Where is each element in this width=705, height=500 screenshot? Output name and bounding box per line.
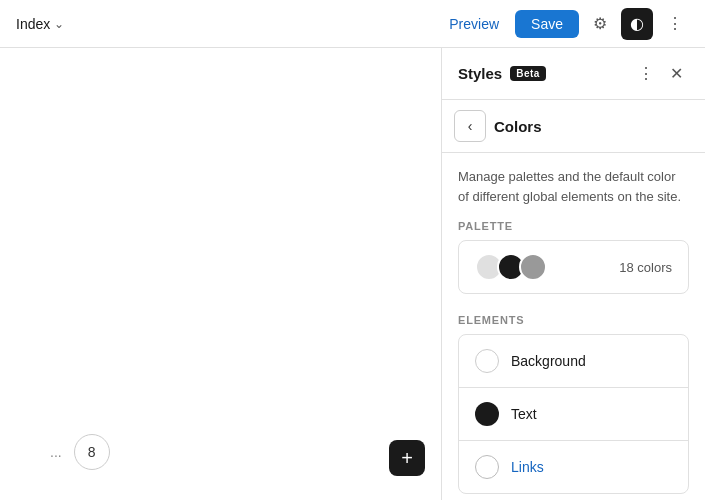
plus-icon: + (401, 447, 413, 470)
palette-row[interactable]: 18 colors (458, 240, 689, 294)
element-background[interactable]: Background (459, 335, 688, 388)
topbar-left: Index ⌄ (16, 16, 64, 32)
back-button[interactable]: ‹ (454, 110, 486, 142)
chevron-down-icon: ⌄ (54, 17, 64, 31)
element-text-label: Text (511, 406, 537, 422)
sidebar-more-button[interactable]: ⋮ (632, 60, 660, 87)
save-button[interactable]: Save (515, 10, 579, 38)
preview-button[interactable]: Preview (441, 12, 507, 36)
page-number[interactable]: 8 (74, 434, 110, 470)
sidebar-title-row: Styles Beta (458, 65, 546, 82)
contrast-icon: ◐ (630, 14, 644, 33)
add-button[interactable]: + (389, 440, 425, 476)
element-text[interactable]: Text (459, 388, 688, 441)
sidebar-title: Styles (458, 65, 502, 82)
palette-count: 18 colors (619, 260, 672, 275)
elements-section-label: ELEMENTS (442, 314, 705, 334)
colors-description: Manage palettes and the default color of… (442, 153, 705, 220)
palette-section-label: PALETTE (442, 220, 705, 240)
more-icon: ⋮ (638, 64, 654, 83)
canvas-area: ... 8 + (0, 48, 441, 500)
palette-circles (475, 253, 541, 281)
elements-list: Background Text Links (458, 334, 689, 494)
settings-button[interactable]: ⚙ (587, 10, 613, 37)
colors-heading: Colors (494, 118, 542, 135)
chevron-left-icon: ‹ (468, 118, 473, 134)
more-icon: ⋮ (667, 14, 683, 33)
page-indicator: ... 8 (50, 434, 110, 470)
gear-icon: ⚙ (593, 14, 607, 33)
page-title: Index (16, 16, 50, 32)
beta-badge: Beta (510, 66, 546, 81)
links-color-dot (475, 455, 499, 479)
close-icon: ✕ (670, 64, 683, 83)
sidebar-header: Styles Beta ⋮ ✕ (442, 48, 705, 100)
element-links-label: Links (511, 459, 544, 475)
sidebar: Styles Beta ⋮ ✕ ‹ Colors Ma (441, 48, 705, 500)
background-color-dot (475, 349, 499, 373)
sidebar-close-button[interactable]: ✕ (664, 60, 689, 87)
more-options-button[interactable]: ⋮ (661, 10, 689, 37)
sidebar-header-icons: ⋮ ✕ (632, 60, 689, 87)
topbar: Index ⌄ Preview Save ⚙ ◐ ⋮ (0, 0, 705, 48)
main-layout: ... 8 + Styles Beta ⋮ ✕ (0, 48, 705, 500)
element-background-label: Background (511, 353, 586, 369)
colors-nav: ‹ Colors (442, 100, 705, 153)
canvas-inner: ... 8 + (0, 48, 441, 500)
pagination-dots: ... (50, 444, 62, 460)
text-color-dot (475, 402, 499, 426)
palette-circle-3 (519, 253, 547, 281)
contrast-button[interactable]: ◐ (621, 8, 653, 40)
topbar-right: Preview Save ⚙ ◐ ⋮ (441, 8, 689, 40)
colors-panel: ‹ Colors Manage palettes and the default… (442, 100, 705, 500)
element-links[interactable]: Links (459, 441, 688, 493)
